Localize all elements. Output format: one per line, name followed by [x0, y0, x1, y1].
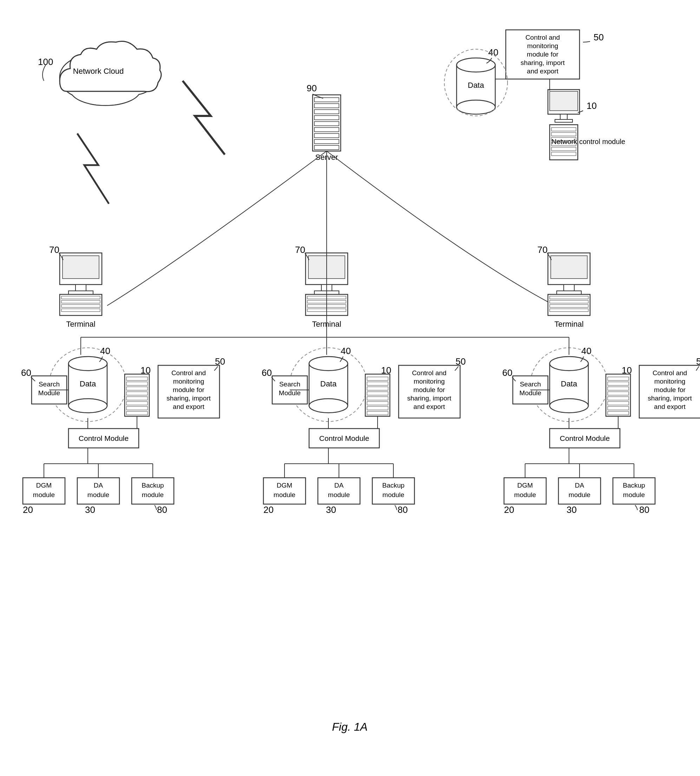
- svg-text:and export: and export: [173, 403, 205, 410]
- svg-rect-10: [313, 95, 341, 151]
- module-left-10: [125, 374, 149, 416]
- network-control-module-label: Network control module: [552, 138, 625, 145]
- svg-rect-53: [60, 294, 102, 315]
- svg-text:and export: and export: [654, 403, 686, 410]
- svg-text:DA: DA: [575, 482, 585, 489]
- svg-text:module: module: [382, 491, 404, 499]
- da-module-center: DA module: [318, 478, 360, 504]
- svg-rect-70: [551, 256, 587, 279]
- svg-text:Control and: Control and: [653, 369, 687, 377]
- dgm-module-center: DGM module: [263, 478, 305, 504]
- control-module-right: Control Module: [550, 429, 620, 448]
- svg-text:Search: Search: [520, 380, 541, 388]
- control-module-left: Control Module: [68, 429, 139, 448]
- svg-text:Control and: Control and: [525, 34, 560, 41]
- svg-text:module for: module for: [173, 386, 204, 394]
- svg-text:and export: and export: [413, 403, 445, 410]
- svg-text:DA: DA: [334, 482, 344, 489]
- label-30-center: 30: [326, 504, 336, 515]
- svg-text:Search: Search: [38, 380, 60, 388]
- svg-point-123: [309, 399, 348, 413]
- backup-module-right: Backup module: [613, 478, 655, 504]
- label-50-center: 50: [455, 356, 466, 367]
- svg-text:module: module: [328, 491, 350, 499]
- svg-text:DGM: DGM: [517, 482, 533, 489]
- svg-rect-34: [555, 119, 573, 122]
- svg-text:module: module: [142, 491, 164, 499]
- svg-text:and export: and export: [527, 67, 559, 75]
- svg-text:module: module: [33, 491, 55, 499]
- da-module-right: DA module: [558, 478, 601, 504]
- da-module-left: DA module: [77, 478, 119, 504]
- svg-text:Control and: Control and: [172, 369, 206, 377]
- label-70-right: 70: [537, 245, 548, 255]
- svg-text:Control Module: Control Module: [79, 434, 128, 442]
- label-40-center: 40: [341, 345, 351, 356]
- label-40-left: 40: [100, 345, 110, 356]
- label-90: 90: [307, 83, 317, 93]
- data-cylinder-right: Data: [550, 357, 588, 413]
- label-10-right: 10: [622, 365, 632, 375]
- svg-text:sharing, import: sharing, import: [520, 59, 565, 67]
- svg-point-81: [68, 399, 107, 413]
- svg-text:module for: module for: [654, 386, 686, 394]
- label-50-left: 50: [215, 356, 225, 367]
- data-cylinder-top: Data: [457, 58, 495, 114]
- svg-point-22: [457, 58, 495, 72]
- dgm-module-right: DGM module: [504, 478, 546, 504]
- label-40-right: 40: [581, 345, 592, 356]
- svg-text:Backup: Backup: [623, 482, 645, 489]
- svg-text:module: module: [514, 491, 536, 499]
- svg-rect-72: [557, 291, 581, 294]
- svg-text:Backup: Backup: [382, 482, 404, 489]
- svg-text:Data: Data: [468, 81, 484, 90]
- label-30-right: 30: [567, 504, 577, 515]
- control-monitoring-center: Control and monitoring module for sharin…: [398, 365, 460, 418]
- svg-text:sharing, import: sharing, import: [648, 394, 692, 402]
- svg-text:Control Module: Control Module: [560, 434, 610, 442]
- svg-text:monitoring: monitoring: [654, 378, 686, 385]
- svg-rect-32: [550, 91, 578, 111]
- label-60-center: 60: [262, 367, 272, 378]
- label-20-left: 20: [23, 504, 33, 515]
- svg-text:sharing, import: sharing, import: [167, 394, 211, 402]
- svg-text:monitoring: monitoring: [173, 378, 204, 385]
- label-60-right: 60: [502, 367, 512, 378]
- svg-text:module for: module for: [527, 50, 558, 58]
- network-control-module-top: [548, 90, 580, 160]
- svg-text:DGM: DGM: [36, 482, 52, 489]
- svg-point-23: [457, 100, 495, 114]
- svg-text:DGM: DGM: [277, 482, 292, 489]
- svg-rect-73: [548, 294, 590, 315]
- svg-text:module for: module for: [413, 386, 445, 394]
- data-cylinder-left: Data: [68, 357, 107, 413]
- svg-text:Backup: Backup: [142, 482, 164, 489]
- control-monitoring-left: Control and monitoring module for sharin…: [158, 365, 220, 418]
- backup-module-left: Backup module: [132, 478, 174, 504]
- svg-text:module: module: [87, 491, 109, 499]
- label-80-left: 80: [157, 504, 167, 515]
- svg-text:Data: Data: [80, 379, 96, 388]
- label-70-center: 70: [295, 245, 305, 255]
- svg-text:module: module: [273, 491, 295, 499]
- svg-text:Search: Search: [279, 380, 300, 388]
- svg-text:monitoring: monitoring: [527, 42, 558, 50]
- svg-text:Data: Data: [320, 379, 337, 388]
- label-80-right: 80: [639, 504, 649, 515]
- data-cylinder-center: Data: [309, 357, 348, 413]
- label-10-top: 10: [587, 100, 597, 111]
- figure-caption: Fig. 1A: [332, 721, 367, 733]
- svg-text:monitoring: monitoring: [414, 378, 445, 385]
- label-70-left: 70: [49, 245, 59, 255]
- module-center-10: [365, 374, 390, 416]
- label-20-right: 20: [504, 504, 514, 515]
- dgm-module-left: DGM module: [23, 478, 65, 504]
- backup-module-center: Backup module: [372, 478, 415, 504]
- svg-rect-52: [68, 291, 93, 294]
- svg-text:module: module: [568, 491, 590, 499]
- svg-text:Control and: Control and: [412, 369, 447, 377]
- module-right-10: [606, 374, 630, 416]
- svg-text:Terminal: Terminal: [66, 320, 95, 329]
- svg-text:Data: Data: [561, 379, 577, 388]
- svg-text:sharing, import: sharing, import: [407, 394, 451, 402]
